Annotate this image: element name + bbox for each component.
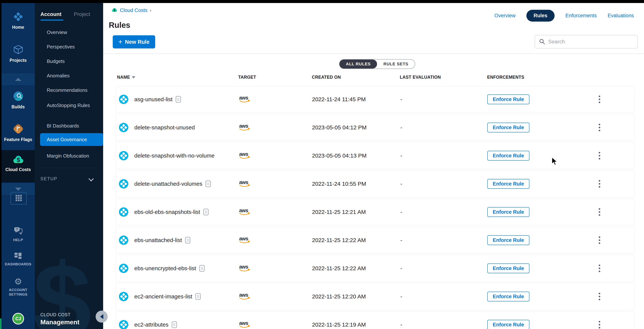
rail-item-home[interactable]: Home bbox=[2, 11, 35, 30]
rule-description-icon[interactable] bbox=[203, 208, 209, 216]
new-rule-button[interactable]: + New Rule bbox=[113, 35, 155, 48]
kebab-menu-icon[interactable] bbox=[597, 235, 602, 246]
enforce-rule-button[interactable]: Enforce Rule bbox=[487, 151, 530, 161]
kebab-menu-icon[interactable] bbox=[597, 178, 602, 189]
table-row[interactable]: ec2-attributes aws 2022-11-25 12:19 AM -… bbox=[116, 311, 634, 329]
rule-name[interactable]: ebs-old-ebs-snapshots-list bbox=[134, 209, 200, 215]
enforce-rule-button[interactable]: Enforce Rule bbox=[487, 264, 530, 273]
enforce-rule-button[interactable]: Enforce Rule bbox=[487, 123, 530, 132]
column-target: TARGET bbox=[238, 75, 256, 80]
rail-item-projects[interactable]: Projects bbox=[2, 44, 35, 63]
rule-name[interactable]: delete-snapshot-with-no-volume bbox=[134, 152, 214, 159]
rule-name[interactable]: ec2-ancient-images-list bbox=[134, 293, 192, 300]
kebab-menu-icon[interactable] bbox=[597, 206, 602, 218]
enforce-rule-button[interactable]: Enforce Rule bbox=[487, 207, 530, 217]
rule-description-icon[interactable] bbox=[176, 96, 181, 103]
avatar-initials: CJ bbox=[16, 316, 21, 321]
kebab-menu-icon[interactable] bbox=[597, 263, 602, 274]
sidebar-item-asset-governance[interactable]: Asset Governance bbox=[40, 133, 103, 146]
sidebar-setup-section[interactable]: SETUP bbox=[40, 176, 57, 181]
table-row[interactable]: asg-unused-list aws 2022-11-24 11:45 PM … bbox=[116, 86, 634, 113]
feature-flags-icon bbox=[12, 123, 24, 135]
tab-project[interactable]: Project bbox=[74, 11, 90, 17]
kebab-menu-icon[interactable] bbox=[597, 150, 602, 161]
table-row[interactable]: ec2-ancient-images-list aws 2022-11-25 1… bbox=[116, 283, 634, 310]
chevron-up-icon bbox=[15, 78, 22, 81]
rule-icon bbox=[119, 207, 128, 217]
enforce-rule-button[interactable]: Enforce Rule bbox=[487, 235, 530, 245]
sidebar-item-perspectives[interactable]: Perspectives bbox=[47, 44, 75, 50]
kebab-menu-icon[interactable] bbox=[597, 94, 602, 105]
sidebar-item-overview[interactable]: Overview bbox=[47, 29, 67, 35]
rule-name[interactable]: delete-unattached-volumes bbox=[134, 181, 202, 187]
last-evaluation-value: - bbox=[400, 181, 402, 187]
rail-collapse-up[interactable] bbox=[2, 73, 35, 86]
chevron-left-icon bbox=[100, 314, 103, 319]
rule-description-icon[interactable] bbox=[199, 265, 205, 272]
svg-text:aws: aws bbox=[239, 123, 248, 129]
enforce-rule-button[interactable]: Enforce Rule bbox=[487, 320, 530, 329]
rule-description-icon[interactable] bbox=[185, 237, 190, 244]
rules-table-body: asg-unused-list aws 2022-11-24 11:45 PM … bbox=[116, 86, 634, 329]
sidebar-item-budgets[interactable]: Budgets bbox=[47, 58, 65, 64]
dashboards-icon bbox=[14, 252, 22, 260]
toggle-rule-sets[interactable]: RULE SETS bbox=[377, 59, 414, 68]
search-box[interactable] bbox=[535, 35, 638, 48]
table-row[interactable]: delete-unattached-volumes aws 2022-11-24… bbox=[116, 171, 634, 197]
gear-icon: ⚙ bbox=[14, 277, 22, 286]
module-selector-button[interactable] bbox=[10, 192, 27, 205]
table-row[interactable]: ebs-old-ebs-snapshots-list aws 2022-11-2… bbox=[116, 199, 634, 225]
rule-name[interactable]: ec2-attributes bbox=[134, 322, 168, 328]
rule-description-icon[interactable] bbox=[195, 293, 201, 300]
toggle-all-rules[interactable]: ALL RULES bbox=[340, 59, 377, 68]
rule-description-icon[interactable] bbox=[172, 321, 177, 328]
grid-icon bbox=[15, 194, 22, 202]
rail-item-dashboards[interactable]: DASHBOARDS bbox=[2, 252, 35, 267]
breadcrumb: $ Cloud Costs › bbox=[111, 7, 152, 13]
user-avatar[interactable]: CJ bbox=[12, 313, 24, 325]
table-row[interactable]: delete-snapshot-unused aws 2023-05-05 04… bbox=[116, 114, 634, 141]
sidebar-item-anomalies[interactable]: Anomalies bbox=[47, 73, 70, 79]
tab-evaluations[interactable]: Evaluations bbox=[608, 13, 634, 18]
column-name[interactable]: NAME bbox=[117, 75, 135, 80]
breadcrumb-cloud-costs-link[interactable]: Cloud Costs bbox=[120, 7, 148, 13]
table-row[interactable]: ebs-unattached-list aws 2022-11-25 12:22… bbox=[116, 227, 634, 254]
rail-item-feature-flags[interactable]: Feature Flags bbox=[2, 123, 35, 142]
kebab-menu-icon[interactable] bbox=[597, 291, 602, 302]
enforce-rule-button[interactable]: Enforce Rule bbox=[487, 94, 530, 104]
search-input[interactable] bbox=[548, 38, 637, 45]
sidebar-item-margin-obfuscation[interactable]: Margin Obfuscation bbox=[47, 153, 89, 159]
sidebar-item-autostopping-rules[interactable]: AutoStopping Rules bbox=[47, 102, 90, 108]
breadcrumb-chevron: › bbox=[150, 7, 152, 13]
table-row[interactable]: delete-snapshot-with-no-volume aws 2023-… bbox=[116, 142, 634, 169]
kebab-menu-icon[interactable] bbox=[597, 319, 602, 329]
tab-rules[interactable]: Rules bbox=[526, 10, 554, 21]
rail-item-builds[interactable]: Builds bbox=[2, 90, 35, 109]
rail-item-account-settings[interactable]: ⚙ ACCOUNT SETTINGS bbox=[2, 277, 35, 297]
sidebar-item-bi-dashboards[interactable]: BI Dashboards bbox=[47, 123, 79, 129]
tab-account[interactable]: Account bbox=[40, 11, 62, 17]
tab-overview[interactable]: Overview bbox=[494, 13, 516, 18]
rule-name[interactable]: delete-snapshot-unused bbox=[134, 124, 195, 131]
rail-label-help: HELP bbox=[13, 238, 23, 242]
rail-item-help[interactable]: ? HELP bbox=[2, 227, 35, 242]
svg-text:aws: aws bbox=[239, 320, 248, 326]
aws-logo: aws bbox=[238, 207, 252, 217]
enforce-rule-button[interactable]: Enforce Rule bbox=[487, 292, 530, 301]
created-on-value: 2022-11-24 11:45 PM bbox=[312, 96, 366, 102]
search-icon bbox=[539, 39, 545, 45]
setup-chevron-down-icon[interactable] bbox=[88, 176, 94, 181]
rule-name[interactable]: asg-unused-list bbox=[134, 96, 172, 102]
rule-description-icon[interactable] bbox=[205, 180, 211, 187]
tab-enforcements[interactable]: Enforcements bbox=[566, 13, 597, 18]
created-on-value: 2022-11-25 12:20 AM bbox=[312, 293, 366, 300]
rule-name[interactable]: ebs-unencrypted-ebs-list bbox=[134, 265, 196, 272]
kebab-menu-icon[interactable] bbox=[597, 122, 602, 133]
table-row[interactable]: ebs-unencrypted-ebs-list aws 2022-11-25 … bbox=[116, 255, 634, 282]
svg-text:aws: aws bbox=[239, 151, 248, 157]
sidebar-item-recommendations[interactable]: Recommendations bbox=[47, 87, 88, 93]
rail-item-cloud-costs[interactable]: $ Cloud Costs bbox=[2, 155, 35, 172]
enforce-rule-button[interactable]: Enforce Rule bbox=[487, 179, 530, 189]
sidebar-collapse-handle[interactable] bbox=[96, 311, 108, 323]
rule-name[interactable]: ebs-unattached-list bbox=[134, 237, 182, 243]
